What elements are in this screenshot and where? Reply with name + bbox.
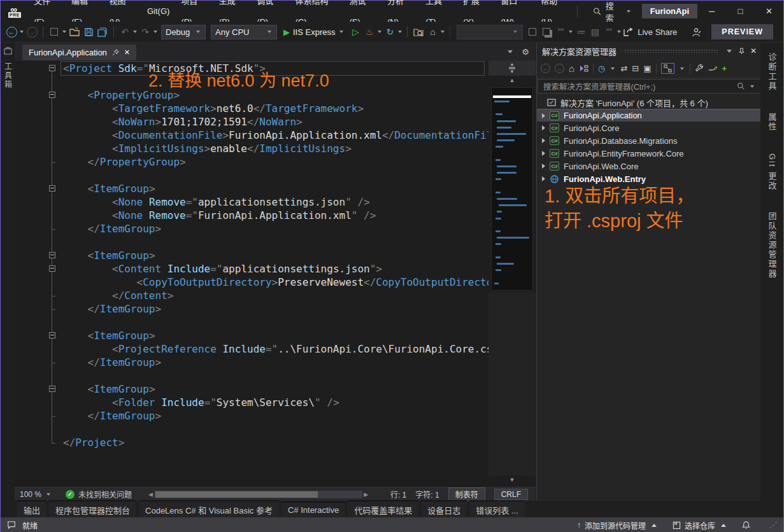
hot-reload-icon[interactable]: ♨ [363,24,376,39]
feedback-icon[interactable] [690,24,702,39]
redo-icon[interactable]: ↷ [139,24,152,39]
tree-root-solution[interactable]: 解决方案 'FurionApi' (6 个项目，共 6 个) [537,96,762,109]
fold-toggle[interactable] [49,332,55,339]
vertical-scrollbar[interactable]: ▲ ▼ [488,60,536,487]
collapse-all-icon[interactable]: ⊟ [632,64,639,73]
member-list-icon[interactable] [526,24,539,39]
scroll-right-icon[interactable]: ▶ [364,491,368,498]
navigate-back-dropdown[interactable] [20,31,24,33]
restart-dropdown[interactable] [398,31,402,33]
live-share-button[interactable]: Live Share [623,27,677,37]
tree-item-project[interactable]: FurionApi.Web.Entry [537,172,762,185]
search-control[interactable]: 搜索 [593,0,631,24]
home-icon[interactable]: ⌂ [569,63,574,74]
code-editor[interactable]: <Project Sdk="Microsoft.NET.Sdk"> <Prope… [15,60,536,487]
fold-toggle[interactable] [49,252,55,258]
add-to-source-control-button[interactable]: ↑ 添加到源代码管理 [577,520,659,531]
new-item-dropdown[interactable] [62,31,66,33]
scrollbar-track[interactable] [488,292,536,475]
solution-home-icon[interactable]: ⌂ [426,24,439,39]
fold-toggle[interactable] [49,92,55,98]
solution-explorer-title-bar[interactable]: 解决方案资源管理器 ✕ [537,43,762,59]
close-panel-icon[interactable]: ✕ [750,46,757,55]
fold-toggle[interactable] [49,386,55,392]
editor-split-handle[interactable] [488,60,536,76]
properties-wrench-icon[interactable] [695,64,704,73]
add-project-icon[interactable]: + [722,64,727,73]
platform-dropdown[interactable]: Any CPU [211,25,277,39]
hot-reload-dropdown[interactable] [378,31,381,33]
start-debugging-button[interactable]: ▶ IIS Express [283,27,345,37]
side-tab[interactable]: 团队资源管理器 [766,208,778,283]
side-tab[interactable]: Git 更改 [766,150,778,194]
close-button[interactable]: ✕ [755,1,783,22]
document-health-indicator[interactable]: ✓ 未找到相关问题 [57,489,141,500]
sync-selection-dropdown[interactable] [680,67,684,70]
notifications-bell-icon[interactable] [742,521,750,529]
run-profile-dropdown[interactable] [339,31,343,33]
hscroll-thumb[interactable] [155,491,318,498]
restart-icon[interactable]: ↻ [383,24,396,39]
panel-tab[interactable]: 输出 [17,500,46,519]
expand-chevron-icon[interactable] [542,113,545,118]
solution-name-badge[interactable]: FurionApi [642,4,697,18]
scroll-up-icon[interactable]: ▲ [488,77,536,86]
panel-tab[interactable]: 设备日志 [421,500,467,519]
minimap-viewport[interactable] [493,95,531,98]
undo-dropdown[interactable] [133,31,137,33]
forward-icon[interactable]: → [555,64,564,73]
fold-toggle[interactable] [49,265,55,272]
expand-chevron-icon[interactable] [542,125,545,130]
completion-dropdown[interactable] [617,31,621,33]
word-list-icon[interactable]: ≔ [574,24,587,39]
window-position-dropdown[interactable] [727,50,732,53]
back-icon[interactable]: ← [541,64,550,73]
resize-grip[interactable]: ⋰ [769,521,777,529]
navigate-back-icon[interactable]: ← [6,27,17,38]
document-list-dropdown[interactable] [508,50,513,53]
save-all-icon[interactable] [96,24,109,39]
save-icon[interactable] [82,24,95,39]
pin-icon[interactable] [738,48,745,55]
sync-with-active-document-icon[interactable]: ⇄ [620,64,627,73]
pending-changes-filter-icon[interactable]: ◷ [598,64,605,73]
toolbar-overflow-dropdown[interactable] [441,31,445,33]
expand-chevron-icon[interactable] [542,164,545,169]
scroll-down-icon[interactable]: ▼ [488,477,536,486]
switch-views-icon[interactable] [579,64,588,73]
tree-item-project[interactable]: C#FurionApi.Web.Core [537,160,762,172]
char-indicator[interactable]: 字符: 1 [415,489,439,500]
side-tab[interactable]: 属性 [766,109,778,136]
line-ending-indicator[interactable]: CRLF [494,489,528,500]
find-in-files-icon[interactable] [412,24,425,39]
expand-chevron-icon[interactable] [542,151,545,156]
line-indicator[interactable]: 行: 1 [390,489,406,500]
new-item-icon[interactable] [48,24,61,39]
tree-item-project[interactable]: C#FurionApi.Application [537,109,762,122]
panel-tab[interactable]: CodeLens C# 和 Visual Basic 参考 [139,500,279,519]
parameter-info-icon[interactable] [540,24,553,39]
tabs-spaces-indicator[interactable]: 制表符 [448,487,485,501]
scroll-left-icon[interactable]: ◀ [148,491,153,498]
fold-toggle[interactable] [49,185,55,192]
preview-changes-icon[interactable] [708,65,718,73]
editor-options-gear-icon[interactable]: ⚙ [522,47,529,57]
search-options-dropdown[interactable] [750,85,754,88]
completion-icon[interactable]: ”” [602,24,615,39]
close-tab-icon[interactable]: ✕ [124,48,130,57]
minimize-button[interactable]: ─ [697,1,726,22]
panel-tab[interactable]: 程序包管理器控制台 [49,500,136,519]
horizontal-scrollbar[interactable]: ◀ ▶ [148,491,368,498]
zoom-dropdown[interactable]: 100 % [15,490,57,499]
debug-config-dropdown[interactable]: Debug [161,25,206,39]
maximize-button[interactable]: □ [726,1,755,22]
pin-icon[interactable] [112,49,119,56]
start-without-debugging-icon[interactable]: ▷ [349,24,362,39]
undo-icon[interactable]: ↶ [118,24,131,39]
quick-info-icon[interactable]: ”” [554,24,567,39]
solution-search-box[interactable]: 搜索解决方案资源管理器(Ctrl+;) [538,79,761,94]
empty-dropdown[interactable] [457,25,523,39]
panel-drag-grip[interactable] [624,49,718,53]
quick-info-dropdown[interactable] [569,31,573,33]
fold-toggle[interactable] [49,65,55,71]
